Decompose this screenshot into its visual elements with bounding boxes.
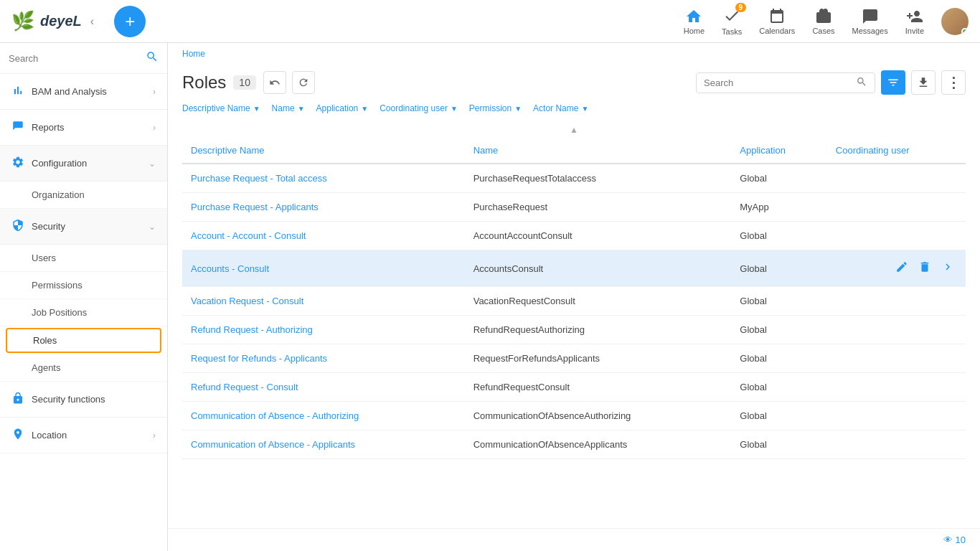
page-title: Roles: [182, 72, 226, 93]
sidebar-search-input[interactable]: [9, 53, 140, 64]
sidebar-sub-permissions[interactable]: Permissions: [0, 272, 167, 299]
cell-descriptive-name: Refund Request - Authorizing: [182, 316, 465, 344]
filter-chip-2-chevron: ▼: [361, 105, 368, 113]
sidebar-search-icon[interactable]: [146, 50, 159, 66]
sidebar-label-configuration: Configuration: [32, 158, 87, 169]
cell-coordinating-user: [827, 316, 966, 344]
table-row[interactable]: Request for Refunds - ApplicantsRequestF…: [182, 344, 966, 373]
sidebar-item-bam[interactable]: BAM and Analysis ›: [0, 74, 167, 110]
sidebar-sub-organization[interactable]: Organization: [0, 182, 167, 209]
security-functions-icon: [11, 392, 24, 407]
filter-chip-label-4: Permission: [469, 103, 512, 113]
breadcrumb[interactable]: Home: [168, 43, 980, 65]
cell-descriptive-name: Request for Refunds - Applicants: [182, 344, 465, 373]
refresh-btn[interactable]: [292, 71, 315, 94]
filter-row: Descriptive Name ▼ Name ▼ Application ▼ …: [168, 95, 980, 122]
cell-name: VacationRequestConsult: [465, 287, 732, 316]
table-row[interactable]: Communication of Absence - ApplicantsCom…: [182, 430, 966, 459]
config-chevron-icon: ⌄: [149, 159, 156, 169]
cell-application: Global: [731, 164, 827, 193]
cell-coordinating-user: [827, 373, 966, 402]
content-search-box: [696, 72, 875, 93]
record-count-badge: 10: [233, 75, 256, 90]
top-nav-right: Home 9 Tasks Calendars Cases Messages: [684, 7, 969, 36]
filter-chip-permission[interactable]: Permission ▼: [469, 100, 522, 116]
content-search-icon[interactable]: [856, 76, 867, 90]
collapse-filters-icon: ▲: [570, 125, 578, 135]
filter-chip-0-chevron: ▼: [253, 105, 260, 113]
sidebar-sub-roles[interactable]: Roles: [6, 328, 161, 353]
nav-label-home: Home: [684, 27, 705, 35]
sidebar-label-security: Security: [32, 221, 65, 232]
sidebar-label-security-functions: Security functions: [32, 394, 105, 405]
nav-item-invite[interactable]: Invite: [905, 8, 924, 35]
filter-chip-coordinating-user[interactable]: Coordinating user ▼: [380, 100, 458, 116]
nav-item-calendars[interactable]: Calendars: [759, 8, 795, 35]
table-row[interactable]: Communication of Absence - AuthorizingCo…: [182, 402, 966, 430]
table-row[interactable]: Refund Request - ConsultRefundRequestCon…: [182, 373, 966, 402]
sidebar-sub-users[interactable]: Users: [0, 245, 167, 272]
filter-chip-label-3: Coordinating user: [380, 103, 448, 113]
gear-icon: [11, 156, 24, 171]
table-row[interactable]: Refund Request - AuthorizingRefundReques…: [182, 316, 966, 344]
more-options-btn[interactable]: ⋮: [941, 70, 966, 95]
cell-name: AccountAccountConsult: [465, 222, 732, 250]
bar-chart-icon: [11, 84, 24, 99]
cell-descriptive-name: Communication of Absence - Applicants: [182, 430, 465, 459]
sidebar-sub-job-positions[interactable]: Job Positions: [0, 299, 167, 326]
security-icon: [11, 219, 24, 234]
filter-chip-actor-name[interactable]: Actor Name ▼: [533, 100, 588, 116]
cell-application: Global: [731, 402, 827, 430]
filter-chip-label-1: Name: [272, 103, 295, 113]
expand-row-btn[interactable]: [938, 259, 957, 278]
content-search-input[interactable]: [704, 77, 856, 88]
table-row[interactable]: Purchase Request - ApplicantsPurchaseReq…: [182, 193, 966, 222]
sidebar-search-container: [0, 43, 167, 74]
location-icon: [11, 428, 24, 443]
undo-btn[interactable]: [263, 71, 286, 94]
download-btn[interactable]: [911, 70, 936, 95]
sidebar-item-configuration[interactable]: Configuration ⌄: [0, 146, 167, 182]
table-row[interactable]: Accounts - ConsultAccountsConsultGlobal: [182, 250, 966, 287]
nav-item-messages[interactable]: Messages: [852, 8, 888, 35]
nav-item-cases[interactable]: Cases: [812, 8, 834, 35]
delete-row-btn[interactable]: [915, 259, 934, 278]
table-row[interactable]: Account - Account - ConsultAccountAccoun…: [182, 222, 966, 250]
cell-descriptive-name: Accounts - Consult: [182, 250, 465, 287]
table-row[interactable]: Purchase Request - Total accessPurchaseR…: [182, 164, 966, 193]
invite-icon: [906, 8, 923, 25]
filter-chip-name[interactable]: Name ▼: [272, 100, 305, 116]
sidebar-item-security-functions[interactable]: Security functions: [0, 382, 167, 418]
content-title-wrap: Roles 10: [182, 71, 315, 94]
nav-item-home[interactable]: Home: [684, 8, 705, 35]
cell-descriptive-name: Purchase Request - Total access: [182, 164, 465, 193]
filter-chip-descriptive-name[interactable]: Descriptive Name ▼: [182, 100, 260, 116]
filter-chip-label-2: Application: [316, 103, 359, 113]
avatar-online-indicator: [961, 28, 969, 35]
sidebar-item-reports[interactable]: Reports ›: [0, 110, 167, 146]
row-actions: [836, 259, 957, 278]
user-avatar[interactable]: [941, 8, 969, 35]
table-row[interactable]: Vacation Request - ConsultVacationReques…: [182, 287, 966, 316]
sidebar-sub-agents[interactable]: Agents: [0, 354, 167, 382]
collapse-filters-row[interactable]: ▲: [168, 122, 980, 138]
reports-icon: [11, 120, 24, 135]
filter-chip-3-chevron: ▼: [451, 105, 458, 113]
sidebar-item-security[interactable]: Security ⌄: [0, 209, 167, 245]
sidebar-collapse-btn[interactable]: ‹: [90, 15, 94, 28]
cell-application: Global: [731, 250, 827, 287]
filter-btn[interactable]: [881, 70, 905, 95]
nav-label-messages: Messages: [852, 27, 888, 35]
sidebar-item-location[interactable]: Location ›: [0, 418, 167, 453]
cell-name: CommunicationOfAbsenceApplicants: [465, 430, 732, 459]
nav-item-tasks[interactable]: 9 Tasks: [722, 7, 742, 36]
add-new-btn[interactable]: +: [114, 6, 146, 37]
cell-descriptive-name: Refund Request - Consult: [182, 373, 465, 402]
filter-chip-application[interactable]: Application ▼: [316, 100, 369, 116]
content-header-right: ⋮: [696, 70, 966, 95]
filter-chip-1-chevron: ▼: [298, 105, 305, 113]
top-nav-left: 🌿 deyeL ‹ +: [11, 6, 146, 37]
bam-chevron-icon: ›: [153, 87, 156, 97]
cell-name: AccountsConsult: [465, 250, 732, 287]
edit-row-btn[interactable]: [892, 259, 911, 278]
